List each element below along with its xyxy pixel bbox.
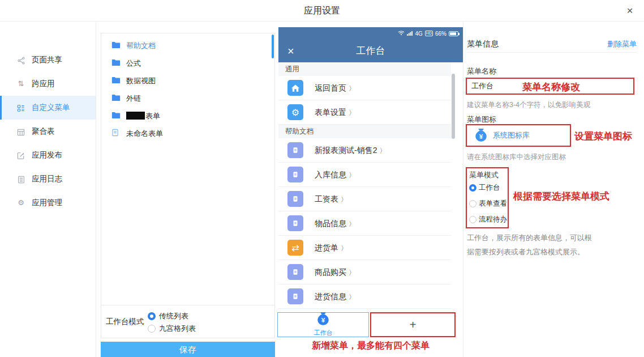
folder-row[interactable]: 外链 [101,90,274,107]
item-label: 入库信息 [315,170,346,179]
radio-label: 工作台 [479,184,500,192]
doc-icon [287,191,303,207]
signal-icon [407,31,413,37]
save-button[interactable]: 保存 [101,342,275,357]
folder-icon [111,108,122,125]
phone-title: 工作台 [278,40,463,62]
share-icon [16,48,26,72]
sidebar-item-app-manage[interactable]: ⚙应用管理 [0,191,96,215]
folder-list: 帮助文档 公式 数据视图 外链 表单 未命名表单 [101,33,274,305]
item-label: 表单设置 [315,108,346,117]
sidebar-item-aggregate-table[interactable]: 聚合表 [0,120,96,143]
phone-preview: 4G HD 66% × 工作台 通用 返回首页〉 ⚙ 表单设置〉 帮助文档 [278,27,463,337]
folder-row[interactable]: 数据视图 [101,72,274,90]
radio-traditional-list[interactable]: 传统列表 [148,310,196,322]
workbench-mode-label: 工作台模式 [106,305,144,338]
money-bag-icon: ¥ [474,128,488,146]
phone-menu-item[interactable]: ⚙ 表单设置〉 [278,100,451,125]
folder-row[interactable]: 表单 [101,107,274,125]
tab-workbench[interactable]: ¥ 工作台 [277,312,369,337]
menu-name-annotation-box: 菜单名称修改 [466,78,634,95]
publish-icon [16,143,26,167]
sidebar-item-custom-menu[interactable]: 自定义菜单 [0,96,96,120]
phone-menu-item[interactable]: 进货信息〉 [278,284,451,309]
mode-description-line2: 据需要按列表或者九宫格模式展示。 [467,247,585,257]
radio-mode-flow-todo[interactable]: 流程待办 [469,211,508,227]
radio-label: 传统列表 [159,312,188,320]
menu-content-panel: 帮助文档 公式 数据视图 外链 表单 未命名表单 工作台模式 传统列表 [101,33,275,338]
menu-info-title: 菜单信息 [467,39,499,49]
money-bag-icon: ¥ [316,312,330,330]
radio-unselected-icon [469,200,476,207]
phone-tab-bar: ¥ 工作台 + [277,312,456,337]
folder-label: 表单 [145,112,160,120]
workbench-mode-row: 工作台模式 传统列表 九宫格列表 [101,305,274,338]
custom-menu-icon [16,96,26,120]
add-menu-tab[interactable]: + [370,312,456,337]
radio-label: 九宫格列表 [159,324,196,333]
phone-scrollbar[interactable] [452,74,455,139]
dialog-title: 应用设置 [0,0,644,22]
folder-row[interactable]: 公式 [101,54,274,72]
phone-menu-item[interactable]: 商品购买〉 [278,260,451,284]
delete-menu-link[interactable]: 删除菜单 [607,39,637,49]
radio-grid-list[interactable]: 九宫格列表 [148,322,196,335]
menu-mode-label: 菜单模式 [469,171,508,180]
svg-text:¥: ¥ [479,133,483,141]
phone-menu-item[interactable]: ⇄ 进货单〉 [278,236,451,260]
radio-mode-workbench[interactable]: 工作台 [469,180,508,196]
annotation-set-icon: 设置菜单图标 [574,130,632,143]
item-label: 物品信息 [315,219,346,228]
tab-label: 工作台 [278,329,368,337]
home-icon [287,80,303,96]
sidebar-item-app-log[interactable]: 应用日志 [0,167,96,191]
annotation-rename: 菜单名称修改 [522,80,580,94]
folder-row[interactable]: 未命名表单 [101,125,274,142]
annotation-add-menu: 新增菜单，最多能有四个菜单 [278,340,463,352]
phone-menu-item[interactable]: 物品信息〉 [278,211,451,236]
annotation-choose-mode: 根据需要选择菜单模式 [513,190,609,203]
chevron-right-icon: 〉 [349,293,355,301]
folder-label: 帮助文档 [126,41,156,50]
item-label: 新报表测试-销售2 [315,146,377,155]
dialog-close-icon[interactable]: × [622,3,637,18]
radio-label: 流程待办 [479,215,507,223]
phone-status-bar: 4G HD 66% [278,27,463,40]
plus-icon: + [410,318,417,332]
cross-app-icon: ⇅ [16,72,26,96]
folder-icon [111,37,122,55]
item-label: 进货单 [315,243,338,252]
folder-row[interactable]: 帮助文档 [101,37,274,54]
phone-menu-item[interactable]: 工资表〉 [278,187,451,211]
sidebar-item-label: 自定义菜单 [32,103,70,112]
battery-percent: 66% [435,31,446,37]
phone-menu-item[interactable]: 入库信息〉 [278,163,451,187]
folder-label: 数据视图 [126,76,156,85]
menu-name-hint: 建议菜单名称3-4个字符，以免影响美观 [467,100,590,110]
system-icon-library-link[interactable]: 系统图标库 [493,125,530,146]
sidebar-item-label: 应用管理 [32,198,62,207]
doc-icon [287,167,303,182]
sidebar-item-cross-app[interactable]: ⇅跨应用 [0,72,96,96]
sidebar-item-app-publish[interactable]: 应用发布 [0,143,96,167]
menu-icon-annotation-box[interactable]: ¥ 系统图标库 [466,124,571,147]
chevron-right-icon: 〉 [379,147,386,155]
menu-name-input[interactable] [471,79,522,93]
form-doc-icon [111,125,122,143]
wifi-icon [398,31,405,37]
folder-icon [111,73,122,90]
sidebar-item-page-share[interactable]: 页面共享 [0,48,96,72]
network-type: 4G [415,31,423,37]
dialog-titlebar: 应用设置 × [0,0,644,22]
item-label: 商品购买 [315,267,346,277]
sidebar-item-label: 应用日志 [32,175,62,183]
radio-unselected-icon [148,325,156,333]
phone-section-header: 通用 [278,62,451,76]
chevron-right-icon: 〉 [349,84,355,92]
phone-menu-item[interactable]: 新报表测试-销售2〉 [278,138,451,163]
phone-menu-item[interactable]: 返回首页〉 [278,76,451,100]
radio-mode-form-view[interactable]: 表单查看 [469,196,508,211]
manage-gear-icon: ⚙ [16,191,26,215]
menu-name-label: 菜单名称 [467,66,496,76]
folder-label: 未命名表单 [126,129,163,138]
